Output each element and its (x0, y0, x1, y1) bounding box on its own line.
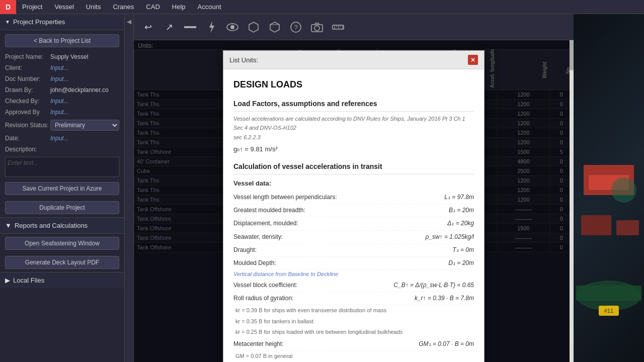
svg-marker-1 (209, 21, 214, 33)
client-row: Client: Input... (0, 62, 124, 73)
breadth-row: Greatest moulded breadth: B₁ = 20m (233, 204, 474, 217)
menu-account[interactable]: Account (192, 0, 227, 14)
svg-rect-23 (581, 215, 611, 235)
date-label: Date: (5, 135, 50, 142)
svg-point-10 (314, 26, 319, 31)
checked-by-value[interactable]: Input... (50, 98, 69, 105)
approved-by-value[interactable]: Input... (50, 109, 69, 116)
approved-by-label: Approved By (5, 109, 50, 116)
dnv-note: Vessel accelerations are calculated acco… (233, 115, 474, 132)
center-content: ↩ ↗ ? (134, 14, 574, 362)
modal-overlay: List Units: × DESIGN LOADS Load Factors,… (134, 40, 574, 362)
drawn-by-row: Drawn By: john@deckplanner.co (0, 84, 124, 96)
block-coeff-row: Vessel block coefficient: C_B↑ = Δ/(ρ_sw… (233, 279, 474, 292)
doc-number-row: Doc Number: Input... (0, 73, 124, 84)
collapse-arrow-icon: ▼ (5, 19, 10, 25)
camera-button[interactable] (308, 18, 326, 36)
3d-scene-svg: #11 (574, 14, 644, 362)
moulded-depth-row: Moulded Depth: D₁ = 20m (233, 257, 474, 270)
modal-dialog: List Units: × DESIGN LOADS Load Factors,… (223, 50, 485, 362)
doc-number-label: Doc Number: (5, 75, 50, 82)
modal-scrollbar[interactable] (570, 40, 574, 362)
displacement-row: Displacement, moulded: Δ₁ = 20kg (233, 217, 474, 230)
menu-cad[interactable]: CAD (140, 0, 166, 14)
client-value[interactable]: Input... (50, 64, 69, 71)
revision-label: Revision Status: (5, 122, 50, 129)
client-label: Client: (5, 64, 50, 71)
section2-heading: Calculation of vessel accelerations in t… (233, 161, 474, 174)
section1-heading: Load Factors, assumptions and references (233, 98, 474, 112)
kr-note-1: kr = 0.39 B for ships with even transver… (233, 305, 474, 316)
checked-by-row: Checked By: Input... (0, 96, 124, 107)
roll-gyration-row: Roll radius of gyration: k_r↑ = 0.39 · B… (233, 292, 474, 305)
svg-rect-20 (576, 286, 641, 301)
3d-viewport: #11 (574, 14, 644, 362)
svg-text:#11: #11 (604, 308, 613, 314)
modal-header: List Units: × (223, 51, 484, 69)
menu-project[interactable]: Project (16, 0, 48, 14)
revision-select[interactable]: Preliminary Final Approved (50, 120, 119, 131)
svg-point-25 (611, 177, 636, 203)
back-to-project-list-button[interactable]: < Back to Project List (5, 34, 119, 47)
help-button[interactable]: ? (287, 18, 305, 36)
approved-by-row: Approved By Input... (0, 107, 124, 118)
modal-body: DESIGN LOADS Load Factors, assumptions a… (223, 69, 484, 362)
project-name-row: Project Name: Supply Vessel (0, 51, 124, 62)
svg-rect-0 (184, 26, 196, 28)
date-value[interactable]: Input... (50, 135, 69, 142)
kr-note-2: kr = 0.35 B for tankers in ballast (233, 316, 474, 327)
drawn-by-label: Drawn By: (5, 86, 50, 94)
doc-number-value[interactable]: Input... (50, 75, 69, 82)
deckline-note: Vertical distance from Baseline to Deckl… (233, 270, 474, 279)
menu-cranes[interactable]: Cranes (107, 0, 140, 14)
undo-button[interactable]: ↩ (139, 18, 157, 36)
open-seafastening-button[interactable]: Open Seafastening Window (5, 237, 119, 250)
toolbar: ↩ ↗ ? (134, 14, 574, 40)
date-row: Date: Input... (0, 133, 124, 144)
menu-bar: D Project Vessel Units Cranes CAD Help A… (0, 0, 644, 14)
project-name-label: Project Name: (5, 53, 50, 60)
project-name-value: Supply Vessel (50, 53, 88, 60)
modal-heading: DESIGN LOADS (233, 77, 474, 92)
main-layout: ▼ Project Properties < Back to Project L… (0, 14, 644, 362)
generate-deck-button[interactable]: Generate Deck Layout PDF (5, 256, 119, 269)
vessel-data-label: Vessel data: (233, 178, 474, 189)
local-files-arrow-icon: ▶ (5, 277, 10, 284)
left-panel: ▼ Project Properties < Back to Project L… (0, 14, 125, 362)
description-label: Description: (5, 146, 50, 153)
project-properties-header[interactable]: ▼ Project Properties (0, 14, 124, 30)
svg-text:?: ? (294, 24, 297, 31)
panel-toggle[interactable]: ◀ (125, 14, 134, 362)
menu-vessel[interactable]: Vessel (48, 0, 79, 14)
menu-help[interactable]: Help (166, 0, 192, 14)
modal-title: List Units: (229, 56, 258, 64)
bolt-button[interactable] (202, 18, 220, 36)
local-files-label: Local Files (13, 277, 44, 284)
view-eye-button[interactable] (223, 18, 242, 36)
hex2-button[interactable] (266, 18, 284, 36)
checked-by-label: Checked By: (5, 98, 50, 105)
ruler-button[interactable] (329, 18, 347, 36)
reports-label: Reports and Calculations (15, 222, 88, 229)
hex1-button[interactable] (245, 18, 263, 36)
redo-button[interactable]: ↗ (160, 18, 178, 36)
reports-section-header[interactable]: ▼ Reports and Calculations (0, 217, 124, 234)
seawater-row: Seawater, density: ρ_sw↑ = 1.025kg/l (233, 231, 474, 244)
move-tool-button[interactable] (181, 18, 199, 36)
svg-marker-4 (249, 22, 258, 32)
description-row: Description: (0, 144, 124, 155)
table-area: Units: Roll accel. Dist. water line to d… (134, 40, 574, 362)
scrollbar-thumb[interactable] (570, 40, 574, 70)
metacenter-row: Metacenter height: GM₁ = 0.07 · B = 0m (233, 338, 474, 351)
kr-note-3: kr = 0.25 B for ships loaded with ore be… (233, 327, 474, 338)
modal-close-button[interactable]: × (468, 55, 478, 65)
description-textarea[interactable]: Enter text... (5, 157, 119, 177)
duplicate-project-button[interactable]: Duplicate Project (5, 201, 119, 214)
save-current-project-button[interactable]: Save Current Project in Azure (5, 182, 119, 195)
menu-units[interactable]: Units (80, 0, 107, 14)
app-logo[interactable]: D (0, 0, 16, 14)
g-value: g₀↑ = 9.81 m/s² (233, 144, 474, 155)
local-files-header[interactable]: ▶ Local Files (0, 272, 124, 288)
svg-rect-11 (333, 25, 344, 29)
project-properties-label: Project Properties (13, 18, 65, 26)
